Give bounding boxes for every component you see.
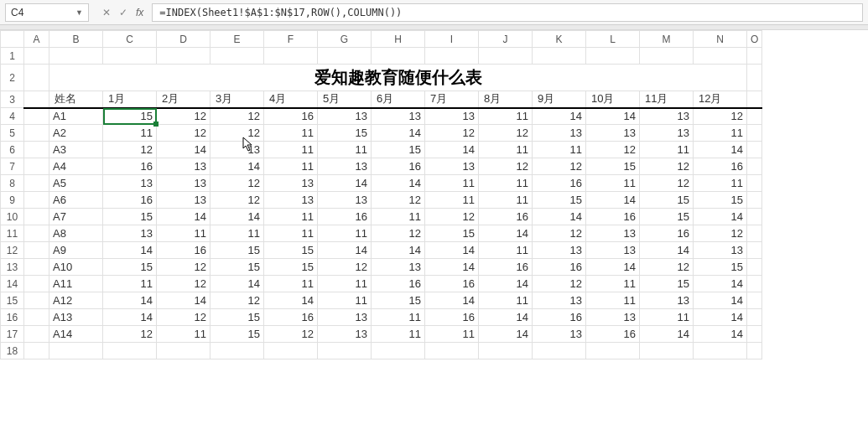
- cell-C11[interactable]: 13: [103, 225, 157, 242]
- cell-H14[interactable]: 16: [372, 276, 425, 292]
- cell-O1[interactable]: [747, 48, 762, 65]
- cell-B14[interactable]: A11: [49, 276, 103, 292]
- cell-E13[interactable]: 15: [211, 259, 264, 276]
- cell-C5[interactable]: 11: [103, 125, 157, 142]
- cell-K17[interactable]: 13: [533, 326, 586, 343]
- cell-L16[interactable]: 13: [586, 309, 640, 326]
- cell-E7[interactable]: 14: [211, 158, 264, 175]
- col-header-I[interactable]: I: [425, 31, 479, 48]
- spreadsheet-grid[interactable]: ABCDEFGHIJKLMNO 12爱知趣教育随便什么表3姓名1月2月3月4月5…: [0, 30, 868, 359]
- cell-C3[interactable]: 1月: [103, 91, 157, 108]
- cell-L18[interactable]: [586, 343, 640, 359]
- cell-K13[interactable]: 16: [533, 259, 586, 276]
- cell-A7[interactable]: [24, 158, 49, 175]
- cell-I16[interactable]: 16: [425, 309, 479, 326]
- cell-A3[interactable]: [24, 91, 49, 108]
- cell-F3[interactable]: 4月: [264, 91, 318, 108]
- cell-D18[interactable]: [157, 343, 211, 359]
- cell-H18[interactable]: [372, 343, 425, 359]
- confirm-icon[interactable]: ✓: [119, 7, 127, 18]
- cell-M14[interactable]: 15: [640, 276, 694, 292]
- col-header-B[interactable]: B: [49, 31, 103, 48]
- cell-N6[interactable]: 14: [694, 142, 747, 158]
- cell-B7[interactable]: A4: [49, 158, 103, 175]
- cell-M10[interactable]: 15: [640, 209, 694, 225]
- cell-H9[interactable]: 12: [372, 192, 425, 209]
- cell-F9[interactable]: 13: [264, 192, 318, 209]
- cell-H10[interactable]: 11: [372, 209, 425, 225]
- col-header-D[interactable]: D: [157, 31, 211, 48]
- cell-I14[interactable]: 16: [425, 276, 479, 292]
- cell-H17[interactable]: 11: [372, 326, 425, 343]
- cell-M11[interactable]: 16: [640, 225, 694, 242]
- col-header-K[interactable]: K: [533, 31, 586, 48]
- cell-M18[interactable]: [640, 343, 694, 359]
- cell-C10[interactable]: 15: [103, 209, 157, 225]
- row-header-18[interactable]: 18: [1, 343, 24, 359]
- cell-N8[interactable]: 11: [694, 175, 747, 192]
- cell-H15[interactable]: 15: [372, 292, 425, 309]
- cell-D16[interactable]: 12: [157, 309, 211, 326]
- cell-G1[interactable]: [318, 48, 372, 65]
- cell-O9[interactable]: [747, 192, 762, 209]
- cell-J5[interactable]: 12: [479, 125, 533, 142]
- cell-D5[interactable]: 12: [157, 125, 211, 142]
- cell-F16[interactable]: 16: [264, 309, 318, 326]
- cell-K3[interactable]: 9月: [533, 91, 586, 108]
- cell-N5[interactable]: 11: [694, 125, 747, 142]
- cell-K5[interactable]: 13: [533, 125, 586, 142]
- cell-N14[interactable]: 14: [694, 276, 747, 292]
- cell-I7[interactable]: 13: [425, 158, 479, 175]
- cell-F14[interactable]: 11: [264, 276, 318, 292]
- cell-O13[interactable]: [747, 259, 762, 276]
- cell-G3[interactable]: 5月: [318, 91, 372, 108]
- col-header-N[interactable]: N: [694, 31, 747, 48]
- cell-C8[interactable]: 13: [103, 175, 157, 192]
- cell-A12[interactable]: [24, 242, 49, 259]
- col-header-C[interactable]: C: [103, 31, 157, 48]
- cell-B15[interactable]: A12: [49, 292, 103, 309]
- cell-B18[interactable]: [49, 343, 103, 359]
- cell-H4[interactable]: 13: [372, 108, 425, 125]
- cell-E16[interactable]: 15: [211, 309, 264, 326]
- cell-M17[interactable]: 14: [640, 326, 694, 343]
- cell-C4[interactable]: 15: [103, 108, 157, 125]
- cell-J3[interactable]: 8月: [479, 91, 533, 108]
- cell-A1[interactable]: [24, 48, 49, 65]
- cell-D8[interactable]: 13: [157, 175, 211, 192]
- cell-A10[interactable]: [24, 209, 49, 225]
- cell-N3[interactable]: 12月: [694, 91, 747, 108]
- cell-C14[interactable]: 11: [103, 276, 157, 292]
- cell-I3[interactable]: 7月: [425, 91, 479, 108]
- cell-A11[interactable]: [24, 225, 49, 242]
- cell-G8[interactable]: 14: [318, 175, 372, 192]
- cell-D9[interactable]: 13: [157, 192, 211, 209]
- cell-J8[interactable]: 11: [479, 175, 533, 192]
- row-header-3[interactable]: 3: [1, 91, 24, 108]
- cell-A5[interactable]: [24, 125, 49, 142]
- cell-A8[interactable]: [24, 175, 49, 192]
- cell-I15[interactable]: 14: [425, 292, 479, 309]
- cell-F13[interactable]: 15: [264, 259, 318, 276]
- cell-B13[interactable]: A10: [49, 259, 103, 276]
- cell-K11[interactable]: 12: [533, 225, 586, 242]
- cell-K16[interactable]: 16: [533, 309, 586, 326]
- cell-F5[interactable]: 11: [264, 125, 318, 142]
- row-header-15[interactable]: 15: [1, 292, 24, 309]
- cell-J18[interactable]: [479, 343, 533, 359]
- cell-A13[interactable]: [24, 259, 49, 276]
- cell-E11[interactable]: 11: [211, 225, 264, 242]
- cell-G4[interactable]: 13: [318, 108, 372, 125]
- cell-I18[interactable]: [425, 343, 479, 359]
- cell-L3[interactable]: 10月: [586, 91, 640, 108]
- cell-G12[interactable]: 14: [318, 242, 372, 259]
- cell-G17[interactable]: 13: [318, 326, 372, 343]
- cell-A16[interactable]: [24, 309, 49, 326]
- cell-I4[interactable]: 13: [425, 108, 479, 125]
- cell-C18[interactable]: [103, 343, 157, 359]
- col-header-M[interactable]: M: [640, 31, 694, 48]
- cell-D17[interactable]: 11: [157, 326, 211, 343]
- cell-O11[interactable]: [747, 225, 762, 242]
- cell-L13[interactable]: 14: [586, 259, 640, 276]
- cell-H3[interactable]: 6月: [372, 91, 425, 108]
